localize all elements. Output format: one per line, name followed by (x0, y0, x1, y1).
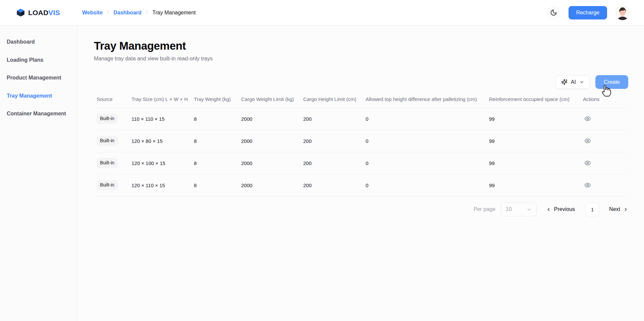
current-page-indicator[interactable]: 1 (586, 203, 599, 216)
breadcrumb-separator: / (146, 10, 148, 16)
view-button[interactable] (583, 180, 592, 190)
avatar-illustration (615, 5, 630, 20)
sidebar-item-loading-plans[interactable]: Loading Plans (0, 52, 77, 68)
chevron-left-icon (546, 207, 551, 212)
breadcrumb-current: Tray Management (152, 10, 196, 16)
eye-icon (584, 115, 591, 122)
allowed-top-height-diff-cell: 0 (363, 152, 486, 174)
reinforcement-space-cell: 99 (486, 152, 580, 174)
eye-icon (584, 160, 591, 166)
cargo-weight-limit-cell: 2000 (238, 108, 301, 130)
tray-weight-cell: 8 (191, 152, 238, 174)
moon-icon (550, 9, 557, 16)
source-badge: Built-in (97, 136, 118, 146)
source-badge: Built-in (97, 114, 118, 124)
sidebar-item-product-management[interactable]: Product Management (0, 69, 77, 86)
allowed-top-height-diff-cell: 0 (363, 130, 486, 152)
chevron-down-icon (527, 207, 532, 212)
allowed-top-height-diff-cell: 0 (363, 108, 486, 130)
sidebar-item-dashboard[interactable]: Dashboard (0, 34, 77, 50)
table-toolbar: AI Create (94, 75, 628, 89)
breadcrumb-separator: / (107, 10, 109, 16)
chevron-right-icon (623, 207, 628, 212)
column-header-cargo-height-limit: Cargo Height Limit (cm) (301, 94, 363, 108)
sidebar: Dashboard Loading Plans Product Manageme… (0, 25, 77, 321)
sidebar-item-tray-management[interactable]: Tray Management (0, 88, 77, 104)
column-header-cargo-weight-limit: Cargo Weight Limit (kg) (238, 94, 301, 108)
column-header-tray-weight: Tray Weight (kg) (191, 94, 238, 108)
per-page-select[interactable]: 10 (501, 203, 537, 216)
view-button[interactable] (583, 136, 592, 146)
next-label: Next (609, 206, 620, 212)
source-badge: Built-in (97, 158, 118, 168)
create-button[interactable]: Create (595, 75, 628, 89)
view-button[interactable] (583, 114, 592, 123)
topbar: LOADVIS Website / Dashboard / Tray Manag… (0, 0, 644, 25)
allowed-top-height-diff-cell: 0 (363, 174, 486, 196)
cargo-weight-limit-cell: 2000 (238, 152, 301, 174)
tray-size-cell: 110 × 110 × 15 (129, 108, 191, 130)
brand-name: LOADVIS (28, 9, 60, 17)
view-button[interactable] (583, 158, 592, 168)
breadcrumb: Website / Dashboard / Tray Management (82, 10, 196, 16)
previous-page-button[interactable]: Previous (546, 206, 575, 212)
tray-size-cell: 120 × 110 × 15 (129, 174, 191, 196)
per-page-value: 10 (506, 206, 512, 212)
column-header-allowed-top-height-diff: Allowed top height difference after pall… (363, 94, 486, 108)
ai-menu-button[interactable]: AI (555, 75, 590, 89)
reinforcement-space-cell: 99 (486, 174, 580, 196)
tray-weight-cell: 8 (191, 130, 238, 152)
recharge-button[interactable]: Recharge (569, 6, 607, 19)
topbar-actions: Recharge (547, 5, 630, 20)
per-page-label: Per page (474, 206, 495, 212)
ai-button-label: AI (571, 79, 576, 85)
tray-size-cell: 120 × 80 × 15 (129, 130, 191, 152)
page-subtitle: Manage tray data and view built-in read-… (94, 56, 628, 62)
brand-logo[interactable]: LOADVIS (16, 8, 60, 17)
column-header-actions: Actions (580, 94, 628, 108)
tray-size-cell: 120 × 100 × 15 (129, 152, 191, 174)
column-header-source: Source (94, 94, 129, 108)
next-page-button[interactable]: Next (609, 206, 628, 212)
breadcrumb-website[interactable]: Website (82, 10, 103, 16)
table-row: Built-in 120 × 110 × 15 8 2000 200 0 99 (94, 174, 628, 196)
column-header-reinforcement-space: Reinforcement occupied space (cm) (486, 94, 580, 108)
table-row: Built-in 120 × 100 × 15 8 2000 200 0 99 (94, 152, 628, 174)
reinforcement-space-cell: 99 (486, 130, 580, 152)
tray-table: Source Tray Size (cm) L × W × H Tray Wei… (94, 94, 628, 197)
eye-icon (584, 182, 591, 189)
chevron-down-icon (579, 79, 584, 85)
main-content: Tray Management Manage tray data and vie… (77, 25, 644, 321)
sparkles-icon (561, 79, 568, 85)
table-row: Built-in 110 × 110 × 15 8 2000 200 0 99 (94, 108, 628, 130)
table-header-row: Source Tray Size (cm) L × W × H Tray Wei… (94, 94, 628, 108)
cargo-height-limit-cell: 200 (301, 130, 363, 152)
page-title: Tray Management (94, 40, 628, 52)
cargo-height-limit-cell: 200 (301, 152, 363, 174)
dark-mode-toggle[interactable] (547, 6, 560, 19)
cargo-height-limit-cell: 200 (301, 174, 363, 196)
column-header-tray-size: Tray Size (cm) L × W × H (129, 94, 191, 108)
tray-weight-cell: 8 (191, 174, 238, 196)
cargo-height-limit-cell: 200 (301, 108, 363, 130)
cargo-weight-limit-cell: 2000 (238, 174, 301, 196)
pagination: Per page 10 Previous 1 Next (94, 203, 628, 216)
tray-weight-cell: 8 (191, 108, 238, 130)
cube-logo-icon (16, 8, 25, 17)
cargo-weight-limit-cell: 2000 (238, 130, 301, 152)
breadcrumb-dashboard[interactable]: Dashboard (113, 10, 142, 16)
source-badge: Built-in (97, 180, 118, 190)
table-row: Built-in 120 × 80 × 15 8 2000 200 0 99 (94, 130, 628, 152)
previous-label: Previous (554, 206, 575, 212)
avatar[interactable] (615, 5, 630, 20)
sidebar-item-container-management[interactable]: Container Management (0, 105, 77, 122)
eye-icon (584, 138, 591, 144)
reinforcement-space-cell: 99 (486, 108, 580, 130)
